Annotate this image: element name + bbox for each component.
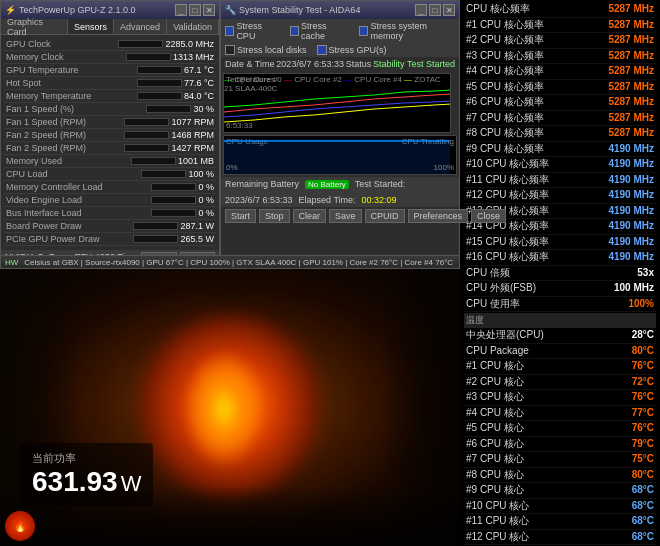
game-logo: 🔥	[5, 511, 35, 541]
sst-status-value: Stability Test Started	[373, 59, 455, 69]
gpuz-close-btn[interactable]: ✕	[203, 4, 215, 16]
cpu-row-9: #9 CPU 核心频率 4190 MHz	[464, 142, 656, 158]
gpuz-title: TechPowerUp GPU-Z 2.1.0.0	[19, 5, 173, 15]
sst-bottom-bar: Remaining Battery No Battery Test Starte…	[221, 177, 459, 207]
cpu-usage-100: 100%	[434, 163, 454, 172]
sst-graph-area: Temperatures — CPU Core #0 — CPU Core #2…	[221, 71, 459, 177]
cpu-row-3: #3 CPU 核心频率 5287 MHz	[464, 49, 656, 65]
power-unit: W	[121, 471, 142, 496]
sst-elapsed-val: 00:32:09	[362, 195, 397, 205]
cpu-package-temp: 中央处理器(CPU) 28°C	[464, 328, 656, 344]
gpuz-row-gpu-clock: GPU Clock 2285.0 MHz	[4, 38, 216, 51]
power-overlay: 当前功率 631.93 W	[20, 443, 153, 506]
cpu-core9-temp: #9 CPU 核心 68°C	[464, 483, 656, 499]
cpu-core3-temp: #3 CPU 核心 76°C	[464, 390, 656, 406]
cpu-row-10: #10 CPU 核心频率 4190 MHz	[464, 157, 656, 173]
cpu-multiplier: CPU 倍频 53x	[464, 266, 656, 282]
sst-cpuid-button[interactable]: CPUID	[365, 209, 405, 223]
gpuz-row-fan2-rpm: Fan 2 Speed (RPM) 1468 RPM	[4, 129, 216, 142]
cpu-row-4: #4 CPU 核心频率 5287 MHz	[464, 64, 656, 80]
tab-validation[interactable]: Validation	[167, 19, 219, 34]
stress-cpu-check[interactable]: Stress CPU	[225, 21, 280, 41]
stress-cpu-checkbox[interactable]	[225, 26, 234, 36]
right-cpu-panel: CPU 核心频率 5287 MHz #1 CPU 核心频率 5287 MHz #…	[460, 0, 660, 546]
game-logo-text: 🔥	[14, 521, 26, 532]
stress-gpu-check[interactable]: Stress GPU(s)	[317, 45, 387, 55]
gpuz-minimize-btn[interactable]: _	[175, 4, 187, 16]
power-value: 631.93	[32, 466, 118, 497]
stress-gpu-checkbox[interactable]	[317, 45, 327, 55]
flame-glow	[184, 349, 264, 469]
sst-title: System Stability Test - AIDA64	[239, 5, 413, 15]
sst-stop-button[interactable]: Stop	[259, 209, 290, 223]
gpuz-row-pcie-power: PCIe GPU Power Draw 265.5 W	[4, 233, 216, 246]
cpu-row-1: #1 CPU 核心频率 5287 MHz	[464, 18, 656, 34]
sst-close-btn[interactable]: ✕	[443, 4, 455, 16]
gpuz-maximize-btn[interactable]: □	[189, 4, 201, 16]
gpuz-row-mem-used: Memory Used 1001 MB	[4, 155, 216, 168]
sst-close-button[interactable]: Close	[471, 209, 506, 223]
gpuz-row-board-power: Board Power Draw 287.1 W	[4, 220, 216, 233]
tab-sensors[interactable]: Sensors	[68, 19, 114, 34]
sst-window: 🔧 System Stability Test - AIDA64 _ □ ✕ S…	[220, 0, 460, 265]
gpuz-row-mc-load: Memory Controller Load 0 %	[4, 181, 216, 194]
gpuz-row-fan1-rpm: Fan 1 Speed (RPM) 1077 RPM	[4, 116, 216, 129]
cpu-core4-temp: #4 CPU 核心 77°C	[464, 406, 656, 422]
tab-advanced[interactable]: Advanced	[114, 19, 167, 34]
gpuz-icon: ⚡	[5, 5, 16, 15]
sst-prefs-button[interactable]: Preferences	[408, 209, 469, 223]
power-label: 当前功率	[32, 451, 141, 466]
cpu-row-8: #8 CPU 核心频率 5287 MHz	[464, 126, 656, 142]
gpuz-row-fan2b-rpm: Fan 2 Speed (RPM) 1427 RPM	[4, 142, 216, 155]
cpu-row-12: #12 CPU 核心频率 4190 MHz	[464, 188, 656, 204]
sst-cpu-usage-graph: CPU Usage CPU Throttling 100% 0%	[223, 135, 457, 175]
cpu-core1-temp: #1 CPU 核心 76°C	[464, 359, 656, 375]
sst-icon: 🔧	[225, 5, 236, 15]
cpu-core8-temp: #8 CPU 核心 80°C	[464, 468, 656, 484]
cpu-row-7: #7 CPU 核心频率 5287 MHz	[464, 111, 656, 127]
sst-clear-button[interactable]: Clear	[293, 209, 327, 223]
stress-disk-check[interactable]: Stress local disks	[225, 45, 307, 55]
sst-maximize-btn[interactable]: □	[429, 4, 441, 16]
cpu-row-freq: CPU 核心频率 5287 MHz	[464, 2, 656, 18]
gpuz-window: ⚡ TechPowerUp GPU-Z 2.1.0.0 _ □ ✕ Graphi…	[0, 0, 220, 260]
cpu-row-15: #15 CPU 核心频率 4190 MHz	[464, 235, 656, 251]
temp-time-label: 6:53:33	[226, 121, 253, 130]
gpuz-row-mem-temp: Memory Temperature 84.0 °C	[4, 90, 216, 103]
game-background: 当前功率 631.93 W 🔥	[0, 265, 460, 546]
stress-cache-check[interactable]: Stress cache	[290, 21, 349, 41]
gpuz-row-cpu-load: CPU Load 100 %	[4, 168, 216, 181]
cpu-row-6: #6 CPU 核心频率 5287 MHz	[464, 95, 656, 111]
gpuz-row-bus-load: Bus Interface Load 0 %	[4, 207, 216, 220]
sst-temp-graph: Temperatures — CPU Core #0 — CPU Core #2…	[223, 73, 451, 133]
cpu-core6-temp: #6 CPU 核心 79°C	[464, 437, 656, 453]
gpuz-tabs: Graphics Card Sensors Advanced Validatio…	[1, 19, 219, 35]
cpu-core12-temp: #12 CPU 核心 68°C	[464, 530, 656, 546]
sst-test-started-label: Test Started:	[355, 179, 406, 189]
gpuz-row-ve-load: Video Engine Load 0 %	[4, 194, 216, 207]
tab-graphics-card[interactable]: Graphics Card	[1, 19, 68, 34]
hwinfo-status-bar: HW Celsius at GBX | Source-rtx4090 | GPU…	[0, 255, 460, 269]
sst-start-button[interactable]: Start	[225, 209, 256, 223]
sst-test-started-val: 2023/6/7 6:53:33	[225, 195, 293, 205]
sst-remaining-battery-label: Remaining Battery	[225, 179, 299, 189]
stress-cache-checkbox[interactable]	[290, 26, 299, 36]
sst-save-button[interactable]: Save	[329, 209, 362, 223]
cpu-fsb: CPU 外频(FSB) 100 MHz	[464, 281, 656, 297]
svg-rect-0	[224, 139, 450, 174]
sst-elapsed-label: Elapsed Time:	[299, 195, 356, 205]
cpu-pkg-temp: CPU Package 80°C	[464, 344, 656, 360]
cpu-row-16: #16 CPU 核心频率 4190 MHz	[464, 250, 656, 266]
sst-datetime-value: 2023/6/7 6:53:33	[276, 59, 344, 69]
cpu-row-11: #11 CPU 核心频率 4190 MHz	[464, 173, 656, 189]
power-reading: 631.93 W	[32, 466, 141, 498]
sst-minimize-btn[interactable]: _	[415, 4, 427, 16]
stress-disk-checkbox[interactable]	[225, 45, 235, 55]
stress-mem-check[interactable]: Stress system memory	[359, 21, 455, 41]
temp-graph-svg	[224, 77, 451, 132]
cpu-core5-temp: #5 CPU 核心 76°C	[464, 421, 656, 437]
stress-mem-checkbox[interactable]	[359, 26, 368, 36]
sst-button-bar: Start Stop Clear Save CPUID Preferences …	[221, 207, 459, 225]
gpuz-sensor-content: GPU Clock 2285.0 MHz Memory Clock 1313 M…	[1, 35, 219, 249]
hwinfo-label: HW	[5, 258, 18, 267]
